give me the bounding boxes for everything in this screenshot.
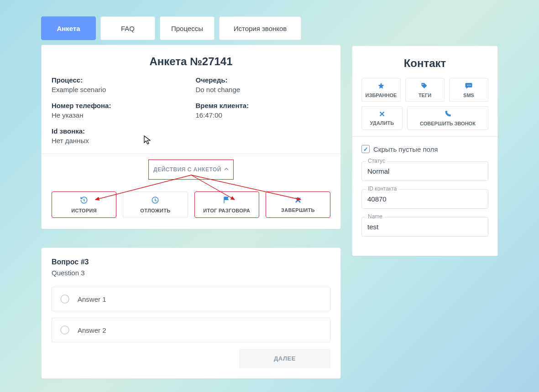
sms-icon <box>465 82 473 91</box>
svg-point-6 <box>469 84 470 85</box>
tab-anketa[interactable]: Анкета <box>41 16 96 40</box>
contact-card: Контакт ИЗБРАННОЕ ТЕГИ <box>352 46 498 256</box>
tab-call-history[interactable]: История звонков <box>219 16 301 40</box>
question-card: Вопрос #3 Question 3 Answer 1 Answer 2 Д… <box>41 248 341 379</box>
status-input[interactable] <box>361 161 488 181</box>
delete-label: УДАЛИТЬ <box>370 120 394 126</box>
hide-empty-label: Скрыть пустые поля <box>373 145 438 153</box>
actions-header-label: ДЕЙСТВИЯ С АНКЕТОЙ <box>153 166 221 173</box>
postpone-button[interactable]: ОТЛОЖИТЬ <box>123 191 188 218</box>
answer-label: Answer 1 <box>78 295 106 303</box>
hide-empty-toggle[interactable]: ✓ Скрыть пустые поля <box>361 145 488 153</box>
make-call-label: СОВЕРШИТЬ ЗВОНОК <box>420 121 476 126</box>
history-icon <box>80 196 88 206</box>
history-button[interactable]: ИСТОРИЯ <box>52 191 116 218</box>
tags-label: ТЕГИ <box>419 93 431 98</box>
call-result-button[interactable]: ИТОГ РАЗГОВОРА <box>194 191 259 218</box>
svg-point-7 <box>470 84 471 85</box>
status-label: Статус <box>366 158 387 164</box>
actions-section: ДЕЙСТВИЯ С АНКЕТОЙ <box>42 154 340 218</box>
process-block: Процесс: Example scenario <box>52 76 187 93</box>
contact-id-label: ID контакта <box>366 186 398 192</box>
checkbox-checked-icon: ✓ <box>361 145 370 153</box>
favorite-button[interactable]: ИЗБРАННОЕ <box>361 78 401 102</box>
process-label: Процесс: <box>52 76 187 84</box>
phone-value: Не указан <box>52 111 187 119</box>
tags-button[interactable]: ТЕГИ <box>405 78 445 102</box>
callid-label: Id звонка: <box>52 127 187 135</box>
sms-button[interactable]: SMS <box>449 78 488 102</box>
answer-option[interactable]: Answer 1 <box>52 287 330 311</box>
process-value: Example scenario <box>52 86 187 93</box>
question-text: Question 3 <box>52 269 330 277</box>
next-button[interactable]: ДАЛЕЕ <box>239 349 330 368</box>
top-tabs: Анкета FAQ Процессы История звонков <box>41 16 341 40</box>
anketa-title: Анкета №27141 <box>52 55 330 68</box>
callid-value: Нет данных <box>52 137 187 144</box>
tab-faq[interactable]: FAQ <box>100 16 155 40</box>
tags-icon <box>421 82 429 91</box>
answer-label: Answer 2 <box>78 326 106 334</box>
answer-option[interactable]: Answer 2 <box>52 318 330 342</box>
client-time-block: Время клиента: 16:47:00 <box>196 102 331 119</box>
contact-title: Контакт <box>361 57 488 70</box>
client-time-value: 16:47:00 <box>196 111 331 119</box>
svg-point-4 <box>422 83 423 84</box>
phone-label: Номер телефона: <box>52 102 187 109</box>
anketa-card: Анкета №27141 Процесс: Example scenario … <box>41 45 341 229</box>
phone-block: Номер телефона: Не указан <box>52 102 187 119</box>
radio-icon <box>60 294 69 304</box>
client-time-label: Время клиента: <box>196 102 331 109</box>
close-icon <box>379 111 385 119</box>
callid-block: Id звонка: Нет данных <box>52 127 187 144</box>
queue-block: Очередь: Do not change <box>196 76 331 93</box>
svg-point-5 <box>467 84 468 85</box>
phone-icon <box>444 110 451 119</box>
name-label: Name <box>366 213 384 220</box>
queue-label: Очередь: <box>196 76 331 84</box>
flag-icon <box>223 196 231 206</box>
contact-id-input[interactable] <box>361 189 488 209</box>
favorite-label: ИЗБРАННОЕ <box>366 93 397 98</box>
star-icon <box>377 82 385 91</box>
queue-value: Do not change <box>196 86 331 93</box>
name-input[interactable] <box>361 217 488 237</box>
radio-icon <box>60 325 69 335</box>
chevron-up-icon <box>224 166 229 173</box>
sms-label: SMS <box>463 93 474 98</box>
postpone-label: ОТЛОЖИТЬ <box>140 208 170 213</box>
finish-label: ЗАВЕРШИТЬ <box>281 207 315 213</box>
call-result-label: ИТОГ РАЗГОВОРА <box>203 208 250 213</box>
close-icon <box>294 196 302 206</box>
history-label: ИСТОРИЯ <box>71 208 97 213</box>
clock-icon <box>151 196 159 206</box>
question-title: Вопрос #3 <box>52 258 330 266</box>
make-call-button[interactable]: СОВЕРШИТЬ ЗВОНОК <box>407 106 488 130</box>
finish-button[interactable]: ЗАВЕРШИТЬ <box>266 191 330 218</box>
tab-processes[interactable]: Процессы <box>160 16 215 40</box>
actions-header-toggle[interactable]: ДЕЙСТВИЯ С АНКЕТОЙ <box>148 160 234 180</box>
delete-button[interactable]: УДАЛИТЬ <box>361 106 403 130</box>
